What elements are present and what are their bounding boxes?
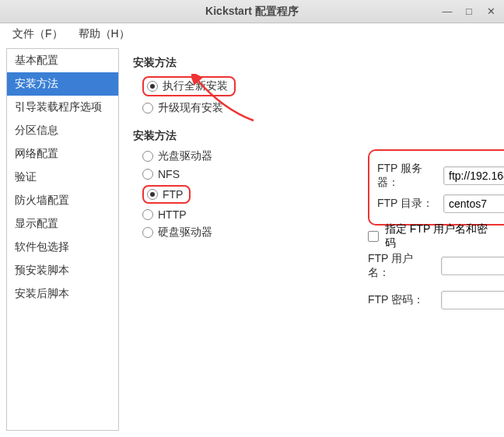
radio-upgrade-label: 升级现有安装 <box>158 101 223 115</box>
sidebar-item-3[interactable]: 分区信息 <box>7 119 118 142</box>
window-controls: — □ ✕ <box>439 5 499 19</box>
radio-icon <box>142 151 153 162</box>
ftp-server-label: FTP 服务器： <box>377 162 437 190</box>
radio-upgrade-install[interactable]: 升级现有安装 <box>142 101 492 115</box>
radio-icon <box>142 227 153 238</box>
radio-nfs-label: NFS <box>158 168 180 180</box>
radio-icon <box>142 169 153 180</box>
radio-fresh-install[interactable]: 执行全新安装 <box>142 76 492 96</box>
sidebar-item-5[interactable]: 验证 <box>7 166 118 189</box>
ftp-user-input[interactable] <box>441 257 504 275</box>
ftp-specify-user-checkbox[interactable]: 指定 FTP 用户名和密码 <box>368 222 498 250</box>
checkbox-icon <box>368 231 379 242</box>
ftp-dir-label: FTP 目录： <box>377 197 437 211</box>
radio-ftp-label: FTP <box>163 188 183 201</box>
sidebar-item-2[interactable]: 引导装载程序选项 <box>7 96 118 119</box>
sidebar-item-1[interactable]: 安装方法 <box>7 72 118 96</box>
ftp-dir-input[interactable] <box>443 194 504 213</box>
main-panel: 安装方法 执行全新安装 升级现有安装 安装方法 光盘驱动器 NFS <box>119 48 498 431</box>
sidebar: 基本配置安装方法引导装载程序选项分区信息网络配置验证防火墙配置显示配置软件包选择… <box>6 48 119 431</box>
sidebar-item-0[interactable]: 基本配置 <box>7 49 118 72</box>
ftp-specify-user-label: 指定 FTP 用户名和密码 <box>385 222 498 250</box>
radio-icon <box>147 81 158 92</box>
radio-fresh-label: 执行全新安装 <box>163 79 228 93</box>
radio-cdrom-label: 光盘驱动器 <box>158 149 212 163</box>
menu-file[interactable]: 文件（F） <box>6 24 69 44</box>
radio-icon <box>147 189 158 200</box>
close-button[interactable]: ✕ <box>482 5 499 19</box>
sidebar-item-8[interactable]: 软件包选择 <box>7 236 118 259</box>
ftp-server-group: FTP 服务器： FTP 目录： <box>368 149 504 225</box>
menubar: 文件（F） 帮助（H） <box>0 23 504 45</box>
window-title: Kickstart 配置程序 <box>0 5 504 19</box>
ftp-pass-label: FTP 密码： <box>368 293 435 307</box>
ftp-server-input[interactable] <box>443 166 504 185</box>
titlebar: Kickstart 配置程序 — □ ✕ <box>0 0 504 23</box>
radio-icon <box>142 103 153 114</box>
maximize-button[interactable]: □ <box>460 5 478 19</box>
install-mode-header: 安装方法 <box>133 56 492 70</box>
menu-help[interactable]: 帮助（H） <box>72 24 136 44</box>
sidebar-item-7[interactable]: 显示配置 <box>7 212 118 236</box>
radio-hd-label: 硬盘驱动器 <box>158 225 212 239</box>
sidebar-item-4[interactable]: 网络配置 <box>7 142 118 166</box>
radio-http-label: HTTP <box>158 208 187 221</box>
ftp-credentials-group: FTP 用户名： FTP 密码： <box>368 247 504 314</box>
ftp-user-label: FTP 用户名： <box>368 252 435 280</box>
install-media-header: 安装方法 <box>133 129 492 143</box>
ftp-pass-input[interactable] <box>441 291 504 309</box>
radio-icon <box>142 209 153 220</box>
minimize-button[interactable]: — <box>439 5 456 19</box>
sidebar-item-9[interactable]: 预安装脚本 <box>7 259 118 282</box>
sidebar-item-10[interactable]: 安装后脚本 <box>7 282 118 306</box>
sidebar-item-6[interactable]: 防火墙配置 <box>7 189 118 212</box>
content-area: 基本配置安装方法引导装载程序选项分区信息网络配置验证防火墙配置显示配置软件包选择… <box>0 45 504 437</box>
